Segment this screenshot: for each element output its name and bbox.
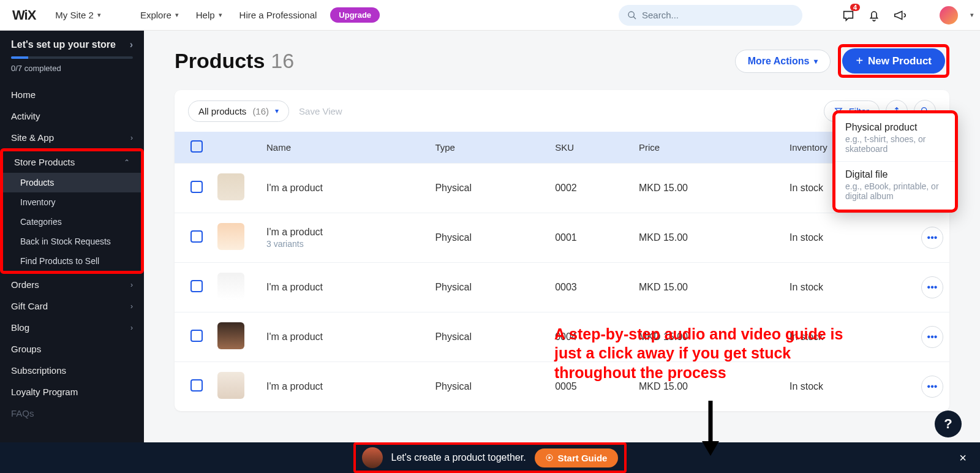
annotation-highlight-guide: Let's create a product together. Start G… <box>353 442 627 473</box>
play-icon <box>546 454 553 461</box>
sidebar-label: Gift Card <box>11 301 130 311</box>
save-view-button[interactable]: Save View <box>299 106 342 116</box>
megaphone-icon[interactable] <box>892 7 908 23</box>
dropdown-item-digital[interactable]: Digital file e.g., eBook, printable, or … <box>835 163 955 207</box>
page-title-text: Products <box>175 49 265 73</box>
sidebar: Let's set up your store › 0/7 completed … <box>0 31 144 473</box>
help-bubble-button[interactable]: ? <box>935 411 962 437</box>
divider <box>835 161 955 162</box>
chevron-down-icon: ▾ <box>219 11 222 19</box>
search-placeholder: Search... <box>642 10 679 20</box>
site-switcher-label: My Site 2 <box>55 10 94 20</box>
bell-icon[interactable] <box>866 7 882 23</box>
svg-marker-5 <box>702 441 719 456</box>
sidebar-item-siteapp[interactable]: Site & App› <box>0 127 144 148</box>
inbox-icon[interactable]: 4 <box>840 7 856 23</box>
nav-explore-label: Explore <box>140 10 172 20</box>
sidebar-label: Blog <box>11 322 130 333</box>
chevron-down-icon[interactable]: ▾ <box>970 11 974 19</box>
site-switcher[interactable]: My Site 2 ▾ <box>51 7 105 23</box>
chevron-right-icon: › <box>130 134 133 142</box>
row-checkbox[interactable] <box>190 230 203 243</box>
sidebar-label: Loyalty Program <box>11 387 133 397</box>
col-name[interactable]: Name <box>260 132 429 164</box>
product-name: I'm a product <box>266 227 423 238</box>
nav-explore[interactable]: Explore▾ <box>137 7 183 23</box>
chevron-up-icon: ⌃ <box>124 158 130 167</box>
sidebar-item-subscriptions[interactable]: Subscriptions <box>0 360 144 381</box>
sidebar-label: Subscriptions <box>11 365 133 376</box>
col-sku[interactable]: SKU <box>549 132 633 164</box>
more-actions-button[interactable]: More Actions ▾ <box>735 50 831 73</box>
sidebar-item-faqs[interactable]: FAQs <box>0 403 144 424</box>
sidebar-subitem-inventory[interactable]: Inventory <box>3 192 141 212</box>
product-type: Physical <box>429 164 549 213</box>
sidebar-item-store-products[interactable]: Store Products⌃ <box>3 151 141 173</box>
product-name: I'm a product <box>266 183 423 194</box>
new-product-label: New Product <box>868 55 932 67</box>
sidebar-item-groups[interactable]: Groups <box>0 338 144 360</box>
svg-marker-7 <box>549 456 551 459</box>
dropdown-item-physical[interactable]: Physical product e.g., t-shirt, shoes, o… <box>835 116 955 160</box>
setup-panel[interactable]: Let's set up your store › 0/7 completed <box>0 31 144 80</box>
more-actions-label: More Actions <box>748 56 810 67</box>
table-row[interactable]: I'm a productPhysical0003MKD 15.00In sto… <box>175 263 949 312</box>
chevron-right-icon: › <box>130 281 133 289</box>
nav-hire[interactable]: Hire a Professional <box>236 7 321 23</box>
chevron-right-icon: › <box>130 324 133 332</box>
sidebar-subitem-findproducts[interactable]: Find Products to Sell <box>3 251 141 271</box>
sidebar-item-giftcard[interactable]: Gift Card› <box>0 295 144 317</box>
wix-logo[interactable]: WiX <box>6 7 42 23</box>
col-type[interactable]: Type <box>429 132 549 164</box>
sidebar-subitem-categories[interactable]: Categories <box>3 212 141 232</box>
setup-title: Let's set up your store <box>11 39 116 50</box>
row-actions-button[interactable]: ••• <box>921 227 943 249</box>
main-content: Products 16 More Actions ▾ + New Product <box>144 31 980 473</box>
sidebar-label: Orders <box>11 279 130 290</box>
search-icon <box>627 10 637 20</box>
product-price: MKD 15.00 <box>633 213 783 263</box>
sidebar-item-home[interactable]: Home <box>0 84 144 105</box>
row-checkbox[interactable] <box>190 379 203 392</box>
sidebar-label: Store Products <box>14 157 124 167</box>
product-name: I'm a product <box>266 282 423 293</box>
select-all-checkbox[interactable] <box>190 140 203 153</box>
close-guide-button[interactable]: × <box>959 451 967 465</box>
product-sku: 0003 <box>549 263 633 312</box>
product-inventory: In stock <box>783 263 907 312</box>
row-checkbox[interactable] <box>190 330 203 342</box>
row-actions-button[interactable]: ••• <box>921 326 943 348</box>
sidebar-item-blog[interactable]: Blog› <box>0 317 144 338</box>
product-thumbnail <box>217 273 244 300</box>
user-avatar[interactable] <box>940 6 958 25</box>
chevron-right-icon: › <box>130 39 133 50</box>
guide-text: Let's create a product together. <box>391 452 526 463</box>
search-input[interactable]: Search... <box>619 5 802 26</box>
sidebar-item-orders[interactable]: Orders› <box>0 274 144 295</box>
nav-help-label: Help <box>196 10 215 20</box>
product-variants: 3 variants <box>266 239 423 249</box>
start-guide-button[interactable]: Start Guide <box>535 448 619 467</box>
sidebar-subitem-backinstock[interactable]: Back in Stock Requests <box>3 232 141 251</box>
product-name: I'm a product <box>266 331 423 342</box>
col-price[interactable]: Price <box>633 132 783 164</box>
notification-badge: 4 <box>850 4 860 11</box>
row-actions-button[interactable]: ••• <box>921 376 943 398</box>
dropdown-item-desc: e.g., eBook, printable, or digital album <box>845 181 945 201</box>
new-product-button[interactable]: + New Product <box>842 48 945 74</box>
table-row[interactable]: I'm a product3 variantsPhysical0001MKD 1… <box>175 213 949 263</box>
sidebar-item-activity[interactable]: Activity <box>0 105 144 127</box>
product-price: MKD 15.00 <box>633 263 783 312</box>
upgrade-button[interactable]: Upgrade <box>330 7 380 23</box>
product-name: I'm a product <box>266 381 423 392</box>
new-product-dropdown: Physical product e.g., t-shirt, shoes, o… <box>832 110 958 213</box>
row-actions-button[interactable]: ••• <box>921 276 943 298</box>
annotation-text: A step-by-step audio and video guide is … <box>554 325 848 382</box>
sidebar-item-loyalty[interactable]: Loyalty Program <box>0 381 144 403</box>
sidebar-subitem-products[interactable]: Products <box>3 173 141 192</box>
nav-help[interactable]: Help▾ <box>192 7 226 23</box>
view-selector[interactable]: All products (16) ▾ <box>188 100 289 122</box>
row-checkbox[interactable] <box>190 181 203 193</box>
product-type: Physical <box>429 312 549 362</box>
row-checkbox[interactable] <box>190 280 203 292</box>
